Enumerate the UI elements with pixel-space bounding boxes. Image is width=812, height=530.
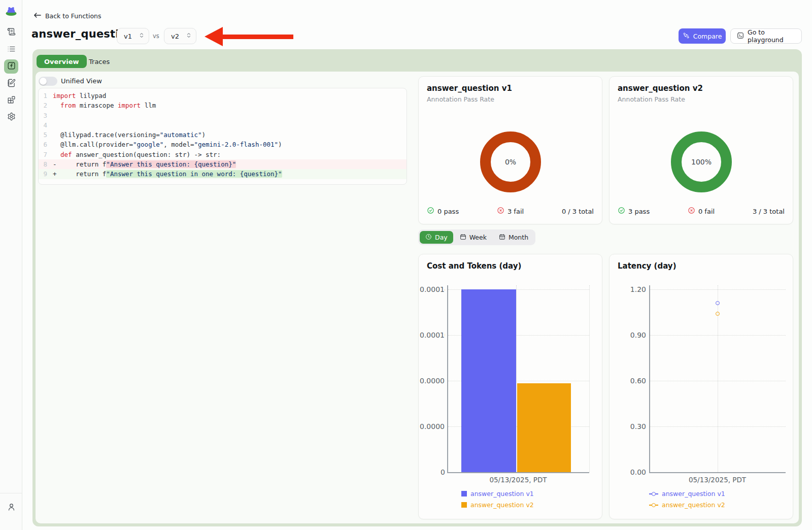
- legend-item: answer_question v2: [649, 501, 725, 509]
- range-day-button[interactable]: Day: [420, 231, 453, 244]
- pass-count: 0 pass: [437, 208, 459, 215]
- legend-item: answer_question v2: [461, 501, 534, 509]
- y-tick-label: 0.000105: [420, 330, 445, 340]
- user-icon: [7, 503, 16, 513]
- sidebar-item-functions[interactable]: [4, 59, 18, 74]
- code-text: + return f"Answer this question in one w…: [53, 169, 282, 179]
- gridline: [516, 285, 517, 472]
- version-select-right[interactable]: v2: [164, 28, 196, 44]
- code-text: @lilypad.trace(versioning="automatic"): [53, 130, 206, 140]
- card-subtitle: Annotation Pass Rate: [618, 95, 685, 103]
- total-stat: 0 / 3 total: [562, 208, 594, 215]
- y-tick-label: 0.60: [624, 376, 646, 385]
- legend-item: answer_question v1: [461, 490, 534, 498]
- line-number: 2: [39, 101, 53, 110]
- range-day-label: Day: [435, 234, 448, 241]
- line-number: 1: [39, 91, 53, 101]
- function-icon: [7, 61, 16, 72]
- code-line-4: 4: [39, 120, 407, 130]
- go-to-playground-button[interactable]: Go to playground: [730, 28, 802, 44]
- card-title: answer_question v2: [618, 84, 703, 93]
- user-menu[interactable]: [4, 501, 18, 515]
- range-week-label: Week: [469, 234, 487, 241]
- code-line-5: 5 @lilypad.trace(versioning="automatic"): [39, 130, 407, 140]
- gridline: [589, 285, 590, 472]
- legend-marker: [649, 505, 658, 506]
- bar-answer_question v2[interactable]: [517, 383, 571, 472]
- code-line-9: 9+ return f"Answer this question in one …: [39, 169, 407, 179]
- pass-rate-donut: 0%: [480, 131, 541, 192]
- vs-label: vs: [153, 32, 159, 40]
- bar-answer_question v1[interactable]: [461, 289, 516, 472]
- latency-card: Latency (day) 0.000.300.600.901.2005/13/…: [609, 254, 793, 519]
- pass-rate-donut: 100%: [671, 131, 732, 192]
- x-axis-label: 05/13/2025, PDT: [649, 476, 786, 484]
- fail-count: 0 fail: [698, 208, 715, 215]
- time-range-toggle: Day Week Month: [418, 229, 535, 245]
- blocks-icon: [7, 95, 16, 106]
- line-number: 8: [39, 159, 53, 169]
- legend-label: answer_question v1: [470, 490, 534, 498]
- point-answer_question v2[interactable]: [716, 312, 720, 316]
- legend-label: answer_question v2: [662, 501, 725, 509]
- x-circle-icon: [497, 207, 504, 216]
- code-line-3: 3: [39, 111, 407, 120]
- notebook-pen-icon: [7, 79, 16, 89]
- sidebar-item-blocks[interactable]: [4, 93, 18, 108]
- terminal-icon: [737, 32, 744, 41]
- calendar-days-icon: [499, 234, 505, 242]
- donut-percent: 0%: [505, 158, 516, 166]
- line-number: 9: [39, 169, 53, 179]
- line-number: 4: [39, 120, 53, 130]
- latency-chart: 0.000.300.600.901.2005/13/2025, PDTanswe…: [610, 254, 793, 519]
- code-text: @llm.call(provider="google", model="gemi…: [53, 140, 282, 149]
- cost-tokens-chart: 00.0000350.000070.0001050.0001405/13/202…: [419, 254, 602, 519]
- y-tick-label: 0.90: [624, 330, 646, 340]
- y-tick-label: 0.00014: [420, 285, 445, 294]
- compare-button[interactable]: Compare: [679, 28, 726, 44]
- tab-traces[interactable]: Traces: [83, 55, 116, 68]
- y-tick-label: 1.20: [624, 285, 646, 294]
- pass-count: 3 pass: [628, 208, 650, 215]
- point-answer_question v1[interactable]: [716, 301, 720, 305]
- chevron-up-down-icon: [186, 32, 191, 40]
- legend-swatch: [461, 502, 467, 508]
- total-stat: 3 / 3 total: [753, 208, 785, 215]
- fail-count: 3 fail: [507, 208, 524, 215]
- tab-overview-label: Overview: [44, 58, 79, 65]
- version-select-left[interactable]: v1: [117, 28, 149, 44]
- back-link-label: Back to Functions: [45, 12, 101, 20]
- line-number: 7: [39, 150, 53, 159]
- y-tick-label: 0.00: [624, 468, 646, 477]
- y-tick-label: 0.30: [624, 422, 646, 431]
- sidebar-item-docs[interactable]: [4, 25, 18, 40]
- fail-stat: 0 fail: [688, 207, 715, 216]
- line-number: 6: [39, 140, 53, 149]
- range-month-label: Month: [509, 234, 528, 241]
- card-subtitle: Annotation Pass Rate: [427, 95, 494, 103]
- range-month-button[interactable]: Month: [493, 231, 534, 244]
- legend-label: answer_question v2: [470, 501, 534, 509]
- check-circle-icon: [618, 207, 625, 216]
- back-to-functions-link[interactable]: Back to Functions: [33, 12, 101, 20]
- unified-view-label: Unified View: [61, 77, 102, 85]
- card-title: answer_question v1: [427, 84, 512, 93]
- code-text: from mirascope import llm: [53, 101, 156, 110]
- code-diff-panel[interactable]: 1import lilypad2 from mirascope import l…: [38, 88, 407, 185]
- pass-stat: 3 pass: [618, 207, 650, 216]
- code-line-8: 8- return f"Answer this question: {quest…: [39, 159, 407, 169]
- x-axis: [649, 472, 786, 473]
- lilypad-logo[interactable]: [5, 5, 17, 17]
- git-compare-icon: [683, 32, 690, 41]
- sidebar-item-annotations[interactable]: [4, 77, 18, 91]
- sidebar-item-settings[interactable]: [4, 110, 18, 124]
- y-axis: [649, 285, 650, 472]
- fail-stat: 3 fail: [497, 207, 524, 216]
- unified-view-toggle[interactable]: [39, 77, 57, 86]
- tab-traces-label: Traces: [89, 58, 110, 65]
- code-line-6: 6 @llm.call(provider="google", model="ge…: [39, 140, 407, 149]
- range-week-button[interactable]: Week: [454, 231, 492, 244]
- sidebar-item-list[interactable]: [4, 43, 18, 57]
- tab-overview[interactable]: Overview: [37, 55, 87, 68]
- legend-item: answer_question v1: [649, 490, 725, 498]
